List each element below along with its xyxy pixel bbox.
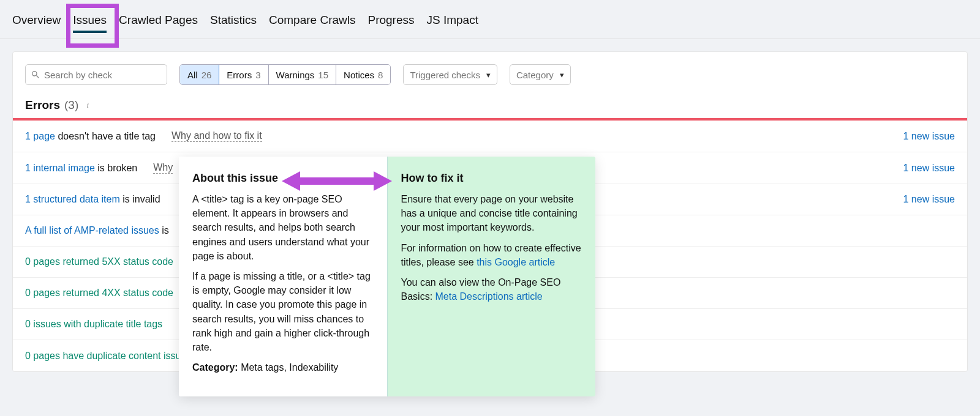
issue-link[interactable]: A full list of AMP-related issues (25, 225, 159, 236)
top-nav: Overview Issues Crawled Pages Statistics… (0, 0, 980, 39)
about-title: About this issue (192, 170, 374, 186)
meta-descriptions-link[interactable]: Meta Descriptions article (435, 291, 543, 302)
seg-all[interactable]: All26 (180, 65, 219, 84)
new-issue-badge[interactable]: 1 new issue (903, 131, 956, 141)
chevron-down-icon: ▾ (486, 70, 491, 80)
google-article-link[interactable]: this Google article (477, 257, 555, 267)
nav-js-impact[interactable]: JS Impact (427, 11, 478, 38)
why-link[interactable]: Why (153, 162, 173, 174)
search-input[interactable] (44, 70, 162, 80)
about-body: If a page is missing a title, or a <titl… (192, 269, 374, 354)
issue-text: doesn't have a title tag (55, 131, 156, 141)
seg-notices[interactable]: Notices8 (336, 65, 390, 84)
nav-progress[interactable]: Progress (368, 11, 414, 38)
issue-tooltip: About this issue A <title> tag is a key … (179, 157, 595, 396)
section-title: Errors (3) i (13, 98, 967, 118)
fix-panel: How to fix it Ensure that every page on … (388, 157, 596, 396)
issue-link[interactable]: 1 structured data item (25, 194, 120, 204)
why-link[interactable]: Why and how to fix it (172, 130, 262, 142)
issue-row: 1 page doesn't have a title tag Why and … (13, 121, 967, 152)
fix-body: For information on how to create effecti… (401, 241, 582, 269)
issue-link[interactable]: 0 pages returned 5XX status code (25, 256, 173, 267)
about-panel: About this issue A <title> tag is a key … (179, 157, 388, 396)
issue-link[interactable]: 0 pages have duplicate content issues (25, 351, 191, 362)
issue-link[interactable]: 1 page (25, 131, 55, 141)
issue-text: is broken (95, 163, 137, 173)
nav-crawled-pages[interactable]: Crawled Pages (119, 11, 198, 38)
about-category: Category: Meta tags, Indexability (192, 360, 374, 374)
issue-text: is (159, 225, 169, 236)
issue-link[interactable]: 0 issues with duplicate title tags (25, 319, 162, 330)
toolbar: All26 Errors3 Warnings15 Notices8 Trigge… (13, 64, 967, 98)
nav-statistics[interactable]: Statistics (210, 11, 257, 38)
issue-link[interactable]: 0 pages returned 4XX status code (25, 288, 173, 299)
issue-text: is invalid (120, 194, 160, 204)
nav-compare-crawls[interactable]: Compare Crawls (269, 11, 355, 38)
search-icon (31, 70, 40, 80)
search-input-wrap[interactable] (25, 64, 167, 85)
info-icon[interactable]: i (83, 100, 92, 110)
new-issue-badge[interactable]: 1 new issue (903, 163, 956, 173)
seg-warnings[interactable]: Warnings15 (269, 65, 337, 84)
fix-body: You can also view the On-Page SEO Basics… (401, 275, 582, 303)
severity-segment: All26 Errors3 Warnings15 Notices8 (179, 64, 391, 85)
category-dropdown[interactable]: Category ▾ (510, 64, 571, 85)
new-issue-badge[interactable]: 1 new issue (903, 194, 956, 204)
nav-issues[interactable]: Issues (73, 11, 107, 38)
about-body: A <title> tag is a key on-page SEO eleme… (192, 192, 374, 263)
fix-body: Ensure that every page on your website h… (401, 192, 582, 235)
triggered-checks-dropdown[interactable]: Triggered checks ▾ (403, 64, 497, 85)
chevron-down-icon: ▾ (560, 70, 564, 80)
seg-errors[interactable]: Errors3 (219, 65, 268, 84)
issue-link[interactable]: 1 internal image (25, 163, 95, 173)
fix-title: How to fix it (401, 170, 582, 186)
nav-overview[interactable]: Overview (12, 11, 61, 38)
